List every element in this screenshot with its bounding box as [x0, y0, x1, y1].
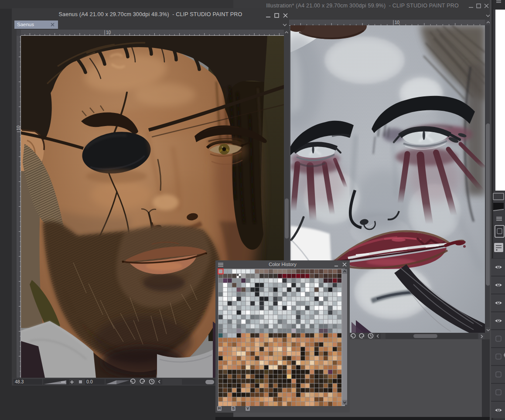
svg-text:10: 10	[17, 125, 21, 130]
svg-text:10: 10	[395, 20, 400, 25]
svg-text:10: 10	[106, 30, 111, 35]
